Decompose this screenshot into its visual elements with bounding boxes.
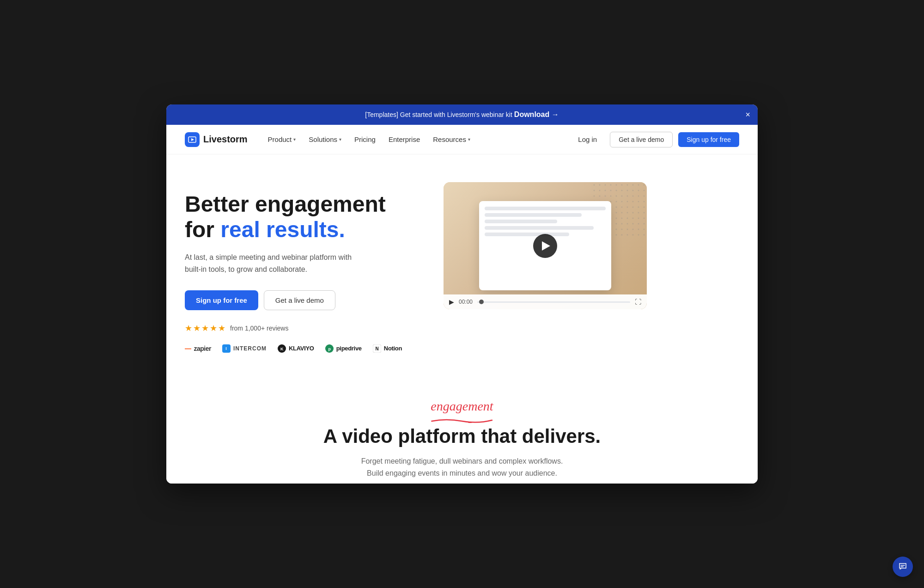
svg-text:N: N — [375, 346, 378, 351]
engagement-section: engagement A video platform that deliver… — [166, 371, 758, 484]
card-line-4 — [485, 226, 594, 230]
banner-download-link[interactable]: Download → — [514, 110, 559, 119]
announcement-banner: [Templates] Get started with Livestorm's… — [166, 104, 758, 125]
fullscreen-icon[interactable]: ⛶ — [635, 298, 641, 306]
section-subtitle: Forget meeting fatigue, dull webinars an… — [185, 455, 739, 479]
star-rating: ★ ★ ★ ★ ★ — [185, 323, 225, 333]
logo[interactable]: Livestorm — [185, 132, 248, 147]
resources-chevron-icon: ▾ — [468, 137, 470, 142]
section-title: A video platform that delivers. — [185, 425, 739, 448]
banner-close-button[interactable]: × — [745, 110, 750, 119]
video-container[interactable]: ▶ 00:00 ⛶ — [444, 182, 647, 309]
hero-signup-button[interactable]: Sign up for free — [185, 290, 258, 310]
svg-text:K: K — [280, 347, 284, 351]
video-controls: ▶ 00:00 ⛶ — [444, 294, 647, 309]
card-line-2 — [485, 213, 582, 217]
nav-resources[interactable]: Resources ▾ — [427, 132, 476, 147]
card-line-1 — [485, 207, 606, 210]
brand-logos: —zapier i INTERCOM K KLAVIYO — [185, 344, 425, 353]
nav-pricing[interactable]: Pricing — [349, 132, 381, 147]
logo-svg — [188, 135, 197, 144]
chat-icon — [898, 562, 908, 572]
nav-product[interactable]: Product ▾ — [262, 132, 302, 147]
klaviyo-logo: K KLAVIYO — [278, 344, 314, 353]
product-chevron-icon: ▾ — [293, 137, 296, 142]
engagement-underline — [431, 416, 493, 418]
solutions-chevron-icon: ▾ — [339, 137, 341, 142]
play-triangle-icon — [542, 241, 550, 251]
nav-enterprise[interactable]: Enterprise — [383, 132, 426, 147]
pipedrive-icon: p — [325, 344, 334, 353]
star-4: ★ — [210, 323, 217, 333]
svg-text:p: p — [328, 347, 331, 351]
play-button[interactable] — [533, 234, 557, 258]
logo-icon — [185, 132, 200, 147]
video-time: 00:00 — [459, 299, 473, 305]
hero-video: ▶ 00:00 ⛶ — [444, 182, 647, 309]
engagement-label-wrapper: engagement — [431, 399, 493, 418]
hero-demo-button[interactable]: Get a live demo — [264, 290, 335, 310]
nav-demo-button[interactable]: Get a live demo — [610, 132, 673, 147]
banner-text: [Templates] Get started with Livestorm's… — [365, 111, 512, 118]
navbar: Livestorm Product ▾ Solutions ▾ Pricing … — [166, 125, 758, 154]
zapier-logo: —zapier — [185, 345, 211, 352]
hero-subtitle: At last, a simple meeting and webinar pl… — [185, 251, 370, 275]
intercom-icon: i — [222, 344, 231, 353]
star-5: ★ — [218, 323, 225, 333]
hero-title-accent: real results. — [220, 217, 345, 242]
login-button[interactable]: Log in — [571, 132, 604, 147]
nav-actions: Log in Get a live demo Sign up for free — [571, 132, 739, 147]
hero-buttons: Sign up for free Get a live demo — [185, 290, 425, 310]
engagement-label: engagement — [431, 399, 493, 414]
video-progress-bar[interactable] — [477, 301, 630, 303]
star-1: ★ — [185, 323, 192, 333]
hero-title: Better engagement for real results. — [185, 191, 425, 242]
nav-links: Product ▾ Solutions ▾ Pricing Enterprise… — [262, 132, 571, 147]
hero-reviews: ★ ★ ★ ★ ★ from 1,000+ reviews — [185, 323, 425, 333]
intercom-logo: i INTERCOM — [222, 344, 267, 353]
notion-icon: N — [373, 344, 381, 353]
pipedrive-logo: p pipedrive — [325, 344, 362, 353]
logo-text: Livestorm — [203, 134, 248, 145]
klaviyo-icon: K — [278, 344, 286, 353]
star-3: ★ — [201, 323, 209, 333]
svg-marker-1 — [191, 138, 194, 141]
card-line-3 — [485, 220, 557, 223]
nav-signup-button[interactable]: Sign up for free — [678, 132, 739, 147]
hero-section: Better engagement for real results. At l… — [166, 154, 758, 371]
main-content: Livestorm Product ▾ Solutions ▾ Pricing … — [166, 125, 758, 484]
nav-solutions[interactable]: Solutions ▾ — [303, 132, 347, 147]
video-play-icon[interactable]: ▶ — [449, 298, 454, 306]
star-2: ★ — [193, 323, 201, 333]
chat-widget[interactable] — [893, 557, 913, 577]
card-line-5 — [485, 233, 569, 236]
hero-left: Better engagement for real results. At l… — [185, 182, 425, 353]
notion-logo: N Notion — [373, 344, 402, 353]
review-count: from 1,000+ reviews — [230, 325, 288, 332]
progress-indicator — [479, 300, 484, 304]
